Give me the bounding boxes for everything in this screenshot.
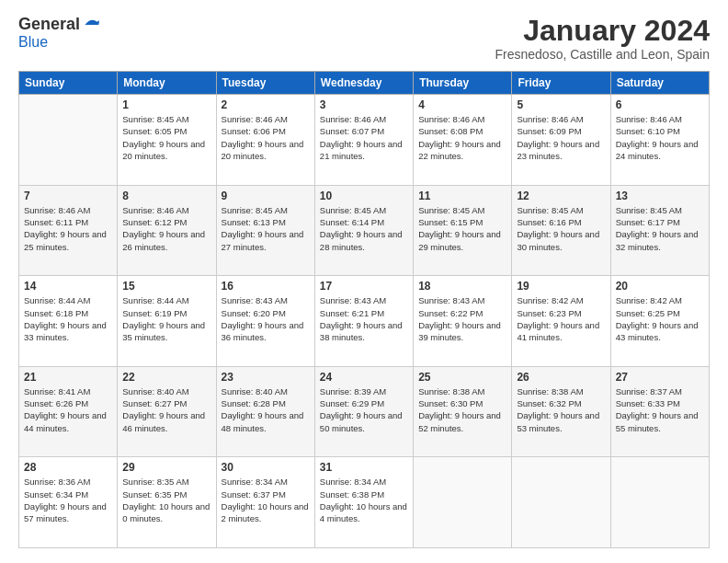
weekday-header-thursday: Thursday — [414, 72, 512, 95]
calendar-cell: 6Sunrise: 8:46 AMSunset: 6:10 PMDaylight… — [610, 95, 709, 186]
day-info: Sunrise: 8:46 AMSunset: 6:11 PMDaylight:… — [24, 204, 112, 253]
day-number: 28 — [24, 461, 112, 474]
day-info: Sunrise: 8:46 AMSunset: 6:09 PMDaylight:… — [517, 113, 605, 162]
logo-blue-text: Blue — [18, 34, 48, 50]
day-info: Sunrise: 8:45 AMSunset: 6:14 PMDaylight:… — [320, 204, 408, 253]
calendar-cell: 8Sunrise: 8:46 AMSunset: 6:12 PMDaylight… — [118, 185, 216, 276]
month-title: January 2024 — [495, 15, 710, 47]
weekday-header-row: SundayMondayTuesdayWednesdayThursdayFrid… — [19, 72, 710, 95]
calendar-cell — [414, 457, 512, 548]
day-number: 25 — [418, 371, 506, 384]
calendar-cell: 30Sunrise: 8:34 AMSunset: 6:37 PMDayligh… — [216, 457, 314, 548]
day-number: 8 — [122, 190, 210, 202]
calendar-cell — [610, 457, 709, 548]
weekday-header-tuesday: Tuesday — [216, 72, 314, 95]
title-block: January 2024 Fresnedoso, Castille and Le… — [495, 15, 710, 62]
day-info: Sunrise: 8:46 AMSunset: 6:12 PMDaylight:… — [122, 204, 210, 253]
day-info: Sunrise: 8:45 AMSunset: 6:13 PMDaylight:… — [222, 204, 310, 253]
day-number: 22 — [122, 371, 210, 384]
calendar-cell — [512, 457, 610, 548]
calendar-cell: 28Sunrise: 8:36 AMSunset: 6:34 PMDayligh… — [19, 457, 118, 548]
day-number: 14 — [24, 280, 112, 293]
day-info: Sunrise: 8:35 AMSunset: 6:35 PMDaylight:… — [122, 476, 210, 524]
day-number: 24 — [320, 371, 408, 384]
calendar-cell: 9Sunrise: 8:45 AMSunset: 6:13 PMDaylight… — [216, 185, 314, 276]
day-number: 10 — [320, 190, 408, 202]
day-info: Sunrise: 8:42 AMSunset: 6:23 PMDaylight:… — [517, 294, 605, 343]
calendar-cell: 29Sunrise: 8:35 AMSunset: 6:35 PMDayligh… — [118, 457, 216, 548]
calendar-cell: 26Sunrise: 8:38 AMSunset: 6:32 PMDayligh… — [512, 366, 610, 457]
day-info: Sunrise: 8:44 AMSunset: 6:18 PMDaylight:… — [24, 294, 112, 343]
day-info: Sunrise: 8:42 AMSunset: 6:25 PMDaylight:… — [616, 294, 704, 343]
week-row-4: 21Sunrise: 8:41 AMSunset: 6:26 PMDayligh… — [19, 366, 710, 457]
day-number: 15 — [122, 280, 210, 293]
calendar-cell: 18Sunrise: 8:43 AMSunset: 6:22 PMDayligh… — [414, 276, 512, 367]
header: General Blue January 2024 Fresnedoso, Ca… — [18, 15, 710, 62]
day-info: Sunrise: 8:45 AMSunset: 6:17 PMDaylight:… — [616, 204, 704, 253]
day-number: 23 — [222, 371, 310, 384]
day-info: Sunrise: 8:34 AMSunset: 6:37 PMDaylight:… — [222, 476, 310, 524]
day-number: 29 — [122, 461, 210, 474]
day-number: 5 — [517, 98, 605, 111]
day-number: 30 — [222, 461, 310, 474]
day-info: Sunrise: 8:34 AMSunset: 6:38 PMDaylight:… — [320, 476, 408, 524]
weekday-header-monday: Monday — [118, 72, 216, 95]
day-number: 2 — [222, 98, 310, 111]
week-row-2: 7Sunrise: 8:46 AMSunset: 6:11 PMDaylight… — [19, 185, 710, 276]
day-number: 19 — [517, 280, 605, 293]
calendar-cell: 7Sunrise: 8:46 AMSunset: 6:11 PMDaylight… — [19, 185, 118, 276]
day-info: Sunrise: 8:45 AMSunset: 6:15 PMDaylight:… — [418, 204, 506, 253]
day-number: 12 — [517, 190, 605, 202]
calendar: SundayMondayTuesdayWednesdayThursdayFrid… — [18, 71, 710, 548]
day-info: Sunrise: 8:43 AMSunset: 6:22 PMDaylight:… — [418, 294, 506, 343]
calendar-cell: 19Sunrise: 8:42 AMSunset: 6:23 PMDayligh… — [512, 276, 610, 367]
day-number: 18 — [418, 280, 506, 293]
week-row-3: 14Sunrise: 8:44 AMSunset: 6:18 PMDayligh… — [19, 276, 710, 367]
calendar-cell: 11Sunrise: 8:45 AMSunset: 6:15 PMDayligh… — [414, 185, 512, 276]
week-row-1: 1Sunrise: 8:45 AMSunset: 6:05 PMDaylight… — [19, 95, 710, 186]
calendar-cell — [19, 95, 118, 186]
day-number: 9 — [222, 190, 310, 202]
day-info: Sunrise: 8:43 AMSunset: 6:21 PMDaylight:… — [320, 294, 408, 343]
day-info: Sunrise: 8:37 AMSunset: 6:33 PMDaylight:… — [616, 385, 704, 434]
day-info: Sunrise: 8:36 AMSunset: 6:34 PMDaylight:… — [24, 476, 112, 524]
week-row-5: 28Sunrise: 8:36 AMSunset: 6:34 PMDayligh… — [19, 457, 710, 548]
calendar-cell: 24Sunrise: 8:39 AMSunset: 6:29 PMDayligh… — [314, 366, 413, 457]
day-number: 13 — [616, 190, 704, 202]
weekday-header-friday: Friday — [512, 72, 610, 95]
calendar-cell: 2Sunrise: 8:46 AMSunset: 6:06 PMDaylight… — [216, 95, 314, 186]
day-info: Sunrise: 8:44 AMSunset: 6:19 PMDaylight:… — [122, 294, 210, 343]
day-info: Sunrise: 8:38 AMSunset: 6:30 PMDaylight:… — [418, 385, 506, 434]
calendar-cell: 12Sunrise: 8:45 AMSunset: 6:16 PMDayligh… — [512, 185, 610, 276]
logo-icon — [82, 16, 100, 34]
day-number: 11 — [418, 190, 506, 202]
calendar-cell: 16Sunrise: 8:43 AMSunset: 6:20 PMDayligh… — [216, 276, 314, 367]
day-number: 7 — [24, 190, 112, 202]
day-number: 20 — [616, 280, 704, 293]
calendar-cell: 3Sunrise: 8:46 AMSunset: 6:07 PMDaylight… — [314, 95, 413, 186]
day-number: 3 — [320, 98, 408, 111]
day-info: Sunrise: 8:46 AMSunset: 6:08 PMDaylight:… — [418, 113, 506, 162]
calendar-cell: 25Sunrise: 8:38 AMSunset: 6:30 PMDayligh… — [414, 366, 512, 457]
logo: General Blue — [18, 15, 100, 51]
calendar-cell: 31Sunrise: 8:34 AMSunset: 6:38 PMDayligh… — [314, 457, 413, 548]
day-number: 21 — [24, 371, 112, 384]
weekday-header-sunday: Sunday — [19, 72, 118, 95]
day-info: Sunrise: 8:46 AMSunset: 6:10 PMDaylight:… — [616, 113, 704, 162]
day-info: Sunrise: 8:41 AMSunset: 6:26 PMDaylight:… — [24, 385, 112, 434]
day-number: 26 — [517, 371, 605, 384]
day-number: 4 — [418, 98, 506, 111]
calendar-cell: 17Sunrise: 8:43 AMSunset: 6:21 PMDayligh… — [314, 276, 413, 367]
calendar-cell: 1Sunrise: 8:45 AMSunset: 6:05 PMDaylight… — [118, 95, 216, 186]
calendar-cell: 10Sunrise: 8:45 AMSunset: 6:14 PMDayligh… — [314, 185, 413, 276]
weekday-header-wednesday: Wednesday — [314, 72, 413, 95]
day-info: Sunrise: 8:38 AMSunset: 6:32 PMDaylight:… — [517, 385, 605, 434]
weekday-header-saturday: Saturday — [610, 72, 709, 95]
calendar-cell: 15Sunrise: 8:44 AMSunset: 6:19 PMDayligh… — [118, 276, 216, 367]
day-number: 1 — [122, 98, 210, 111]
calendar-cell: 27Sunrise: 8:37 AMSunset: 6:33 PMDayligh… — [610, 366, 709, 457]
logo-general: General — [18, 15, 80, 34]
day-number: 17 — [320, 280, 408, 293]
calendar-cell: 21Sunrise: 8:41 AMSunset: 6:26 PMDayligh… — [19, 366, 118, 457]
day-info: Sunrise: 8:39 AMSunset: 6:29 PMDaylight:… — [320, 385, 408, 434]
